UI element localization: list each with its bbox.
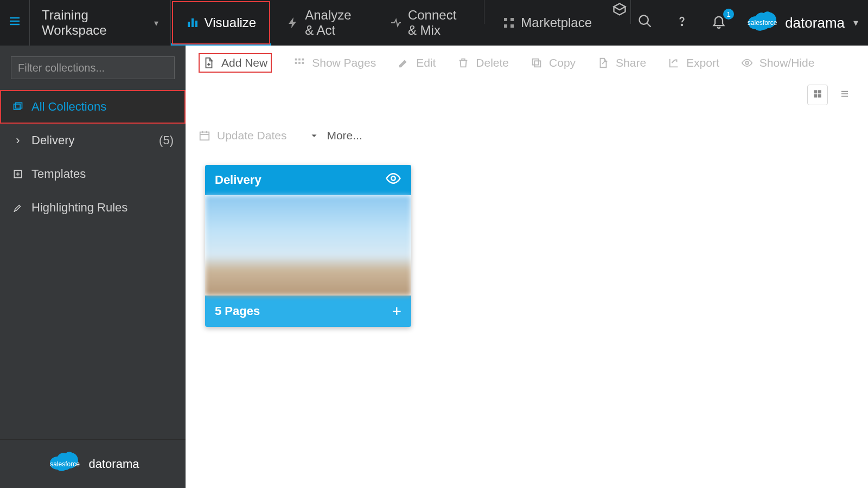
add-file-icon: [203, 57, 215, 69]
export-button[interactable]: Export: [668, 56, 719, 69]
svg-rect-3: [188, 22, 190, 27]
card-header: Delivery: [205, 165, 411, 195]
main: All Collections › Delivery (5) Templates…: [0, 46, 868, 488]
sidebar-item-label: Templates: [31, 167, 86, 181]
copy-button[interactable]: Copy: [531, 56, 576, 69]
show-pages-button[interactable]: Show Pages: [293, 56, 376, 69]
svg-rect-25: [302, 62, 304, 64]
eye-icon: [741, 57, 753, 69]
help-button[interactable]: [671, 12, 693, 34]
sidebar: All Collections › Delivery (5) Templates…: [0, 46, 186, 488]
show-hide-button[interactable]: Show/Hide: [741, 56, 815, 69]
add-new-highlight: Add New: [199, 53, 272, 73]
workspace-name: Training Workspace: [42, 8, 142, 38]
tab-marketplace[interactable]: Marketplace: [487, 0, 607, 46]
salesforce-cloud-icon: salesforce: [745, 11, 780, 35]
svg-rect-31: [814, 94, 817, 98]
toolbar-label: More...: [327, 129, 362, 142]
svg-rect-36: [200, 132, 209, 140]
card-pages-count: 5 Pages: [215, 304, 260, 318]
collection-count: (5): [159, 133, 174, 147]
toolbar-label: Show Pages: [312, 56, 376, 69]
svg-rect-8: [504, 24, 507, 28]
eye-icon[interactable]: [385, 170, 401, 190]
workspace-selector[interactable]: Training Workspace ▾: [30, 0, 171, 46]
sidebar-item-label: Highlighting Rules: [31, 201, 127, 215]
grid-apps-icon: [502, 16, 515, 29]
tab-label: Visualize: [205, 15, 257, 30]
svg-rect-7: [510, 18, 514, 21]
delete-button[interactable]: Delete: [457, 56, 509, 69]
filter-wrap: [0, 46, 186, 90]
svg-rect-13: [14, 104, 21, 110]
download-arrow-icon: [308, 130, 320, 142]
tab-visualize[interactable]: Visualize: [171, 0, 272, 46]
export-icon: [668, 57, 680, 69]
tab-connect[interactable]: Connect & Mix: [374, 0, 481, 46]
add-new-button[interactable]: Add New: [203, 56, 267, 69]
tab-analyze[interactable]: Analyze & Act: [271, 0, 374, 46]
toolbar-label: Show/Hide: [760, 56, 815, 69]
content-toolbar: Add New Show Pages Edit Delete Copy: [186, 46, 868, 145]
share-icon: [597, 57, 609, 69]
package-icon: [612, 2, 627, 20]
grid-view-button[interactable]: [807, 85, 828, 105]
notification-badge: 1: [723, 9, 734, 20]
more-button[interactable]: More...: [308, 129, 362, 142]
chevron-down-icon: ▾: [853, 17, 858, 29]
card-title: Delivery: [215, 173, 261, 187]
svg-rect-5: [195, 21, 197, 27]
hamburger-icon: [8, 15, 21, 31]
collection-card[interactable]: Delivery 5 Pages +: [205, 165, 411, 327]
copy-icon: [531, 57, 542, 69]
tab-label: Analyze & Act: [305, 8, 359, 38]
sidebar-item-label: All Collections: [31, 100, 106, 114]
search-button[interactable]: [634, 12, 656, 34]
sidebar-templates[interactable]: Templates: [0, 157, 186, 191]
plus-square-icon: [12, 169, 24, 179]
filter-collections-input[interactable]: [11, 56, 175, 79]
search-icon: [637, 14, 653, 32]
sidebar-all-collections[interactable]: All Collections: [0, 90, 186, 124]
brand[interactable]: salesforce datorama ▾: [745, 11, 858, 35]
svg-rect-20: [295, 59, 297, 61]
top-bar: Training Workspace ▾ Visualize Analyze &…: [0, 0, 868, 46]
grid-icon: [293, 57, 305, 69]
salesforce-cloud-icon: salesforce: [47, 451, 84, 477]
sidebar-collection-item[interactable]: › Delivery (5): [0, 124, 186, 157]
update-dates-button[interactable]: Update Dates: [199, 129, 286, 142]
lightning-icon: [286, 16, 299, 29]
svg-rect-21: [298, 59, 301, 61]
tab-label: Connect & Mix: [408, 8, 465, 38]
svg-rect-9: [510, 24, 514, 28]
chevron-down-icon: ▾: [154, 18, 158, 28]
primary-nav: Visualize Analyze & Act Connect & Mix Ma…: [171, 0, 635, 46]
svg-rect-30: [818, 90, 821, 93]
svg-rect-26: [534, 61, 540, 67]
trash-icon: [457, 57, 469, 69]
svg-rect-27: [533, 59, 539, 65]
plus-icon[interactable]: +: [392, 302, 401, 320]
tab-visualize-wrap: Visualize: [171, 0, 272, 46]
share-button[interactable]: Share: [597, 56, 646, 69]
sidebar-highlighting-rules[interactable]: Highlighting Rules: [0, 191, 186, 224]
edit-button[interactable]: Edit: [398, 56, 436, 69]
notifications-button[interactable]: 1: [708, 12, 730, 34]
cards-area: Delivery 5 Pages +: [186, 145, 868, 346]
content: Add New Show Pages Edit Delete Copy: [186, 46, 868, 488]
svg-point-40: [391, 176, 395, 181]
hamburger-menu-button[interactable]: [0, 0, 30, 46]
toolbar-label: Add New: [221, 56, 267, 69]
sidebar-item-label: Delivery: [31, 133, 74, 147]
sidebar-footer-brand: salesforce datorama: [0, 439, 186, 488]
package-button[interactable]: [611, 0, 627, 22]
svg-line-11: [647, 23, 651, 27]
toolbar-label: Delete: [476, 56, 509, 69]
toolbar-label: Update Dates: [217, 129, 286, 142]
connect-icon: [390, 16, 403, 29]
svg-rect-29: [814, 90, 817, 93]
list-view-icon: [840, 89, 850, 101]
brand-product: datorama: [785, 15, 845, 31]
highlighter-icon: [12, 203, 24, 213]
list-view-button[interactable]: [834, 85, 855, 105]
